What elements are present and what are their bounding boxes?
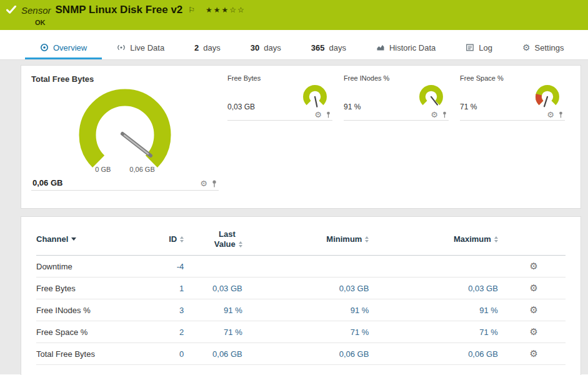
free-space-gauge [531, 83, 564, 113]
table-row: Free Space % 2 71 % 71 % 71 % ⚙ [36, 321, 566, 343]
column-header-id[interactable]: ID [140, 221, 189, 256]
status-check-icon [6, 6, 16, 14]
channel-name: Free Space % [36, 321, 140, 343]
channel-id: -4 [140, 256, 189, 278]
channel-minimum: 0,03 GB [247, 278, 374, 299]
channel-last-value: 91 % [189, 299, 247, 321]
channel-name: Free Bytes [36, 278, 140, 299]
log-icon [466, 43, 474, 52]
channel-minimum: 0,06 GB [247, 343, 374, 365]
channel-settings-gear-icon[interactable]: ⚙ [530, 261, 538, 271]
tab-log[interactable]: Log [451, 38, 507, 59]
channel-id: 0 [140, 343, 189, 365]
tab-label: Overview [53, 43, 87, 52]
sensor-header: Sensor SNMP Linux Disk Free v2 ⚐ ★★★☆☆ O… [0, 0, 588, 30]
live-data-icon [117, 43, 126, 52]
channel-maximum: 91 % [374, 299, 513, 321]
status-badge: OK [35, 19, 246, 26]
table-row: Downtime -4 ⚙ [36, 256, 566, 278]
channel-name: Downtime [36, 256, 140, 278]
column-header-last-value[interactable]: Last Value [189, 221, 247, 256]
overview-icon [40, 43, 49, 52]
tab-label: Log [479, 43, 492, 52]
column-header-channel[interactable]: Channel [36, 221, 140, 256]
table-row: Free INodes % 3 91 % 91 % 91 % ⚙ [36, 299, 566, 321]
channels-panel: Channel ID Last Value Minimum Maximum [21, 216, 581, 375]
tab-label: days [264, 43, 281, 52]
gauge-scale-max: 0,06 GB [129, 166, 154, 173]
table-row: Total Free Bytes 0 0,06 GB 0,06 GB 0,06 … [36, 343, 566, 365]
channel-minimum [247, 256, 374, 278]
channel-last-value: 0,03 GB [189, 278, 247, 299]
gauge-pin-icon[interactable] [211, 180, 217, 188]
tab-30-days[interactable]: 30 days [236, 38, 296, 59]
gauge-scale: 0 GB 0,06 GB [31, 166, 219, 173]
object-kind-label: Sensor [21, 5, 51, 16]
tab-2-days[interactable]: 2 days [179, 38, 236, 59]
tab-label: Historic Data [389, 43, 436, 52]
channel-maximum [374, 256, 513, 278]
channel-settings-gear-icon[interactable]: ⚙ [530, 348, 538, 359]
mini-gauge-free-space: Free Space % 71 % ⚙ [460, 74, 565, 121]
tab-number: 30 [251, 43, 259, 52]
channel-settings-gear-icon[interactable]: ⚙ [530, 304, 538, 315]
channel-id: 2 [140, 321, 189, 343]
title-block: Sensor SNMP Linux Disk Free v2 ⚐ ★★★☆☆ O… [21, 4, 246, 26]
channel-maximum: 0,06 GB [374, 343, 513, 365]
page-title: SNMP Linux Disk Free v2 [56, 4, 183, 16]
tab-live-data[interactable]: Live Data [102, 38, 179, 59]
gauge-pin-icon[interactable] [442, 111, 447, 118]
channel-settings-gear-icon[interactable]: ⚙ [530, 282, 538, 293]
mini-gauge-free-inodes: Free INodes % 91 % ⚙ [344, 74, 449, 121]
channel-table: Channel ID Last Value Minimum Maximum [36, 221, 566, 365]
mini-gauge-title: Free INodes % [344, 74, 449, 82]
tab-label: Settings [535, 43, 564, 52]
column-header-maximum[interactable]: Maximum [374, 221, 513, 256]
free-inodes-gauge [415, 83, 447, 113]
sort-icon [365, 236, 369, 242]
channel-id: 1 [140, 278, 189, 299]
channel-name: Total Free Bytes [36, 343, 140, 365]
channel-last-value: 0,06 GB [189, 343, 247, 365]
gauge-pin-icon[interactable] [326, 111, 331, 118]
tab-label: days [203, 43, 220, 52]
channel-minimum: 71 % [247, 321, 374, 343]
channel-maximum: 0,03 GB [374, 278, 513, 299]
tab-bar: Overview Live Data 2 days 30 days 365 da… [0, 38, 588, 60]
channel-minimum: 91 % [247, 299, 374, 321]
tab-number: 2 [194, 43, 199, 52]
mini-gauge-value: 91 % [344, 102, 361, 111]
free-bytes-gauge [299, 83, 331, 113]
gauge-pin-icon[interactable] [558, 111, 564, 118]
gauge-settings-gear-icon[interactable]: ⚙ [431, 111, 438, 119]
sort-icon [180, 236, 184, 242]
gauges-panel: Total Free Bytes 0 GB 0,06 GB 0,06 GB ⚙ … [21, 65, 581, 209]
tab-settings[interactable]: ⚙ Settings [507, 38, 579, 59]
table-row: Free Bytes 1 0,03 GB 0,03 GB 0,03 GB ⚙ [36, 278, 566, 299]
flag-icon[interactable]: ⚐ [188, 6, 195, 14]
main-gauge-title: Total Free Bytes [31, 74, 219, 84]
priority-stars[interactable]: ★★★☆☆ [206, 6, 246, 14]
gauge-settings-gear-icon[interactable]: ⚙ [314, 111, 322, 119]
tab-overview[interactable]: Overview [25, 38, 102, 59]
channel-last-value [189, 256, 247, 278]
channel-last-value: 71 % [189, 321, 247, 343]
tab-historic-data[interactable]: Historic Data [361, 38, 451, 59]
channel-maximum: 71 % [374, 321, 513, 343]
sort-icon [239, 241, 242, 248]
tab-label: days [329, 43, 346, 52]
historic-data-icon [376, 43, 385, 52]
mini-gauge-title: Free Bytes [227, 74, 332, 82]
channel-id: 3 [140, 299, 189, 321]
main-gauge-value: 0,06 GB [32, 178, 62, 188]
tab-number: 365 [311, 43, 325, 52]
channel-settings-gear-icon[interactable]: ⚙ [530, 326, 538, 337]
channel-name: Free INodes % [36, 299, 140, 321]
column-header-minimum[interactable]: Minimum [247, 221, 374, 256]
tab-365-days[interactable]: 365 days [296, 38, 361, 59]
overview-content: Total Free Bytes 0 GB 0,06 GB 0,06 GB ⚙ … [0, 60, 588, 374]
settings-gear-icon: ⚙ [522, 42, 531, 52]
gauge-settings-gear-icon[interactable]: ⚙ [200, 179, 207, 188]
gauge-settings-gear-icon[interactable]: ⚙ [547, 111, 554, 119]
column-header-actions [514, 221, 566, 256]
